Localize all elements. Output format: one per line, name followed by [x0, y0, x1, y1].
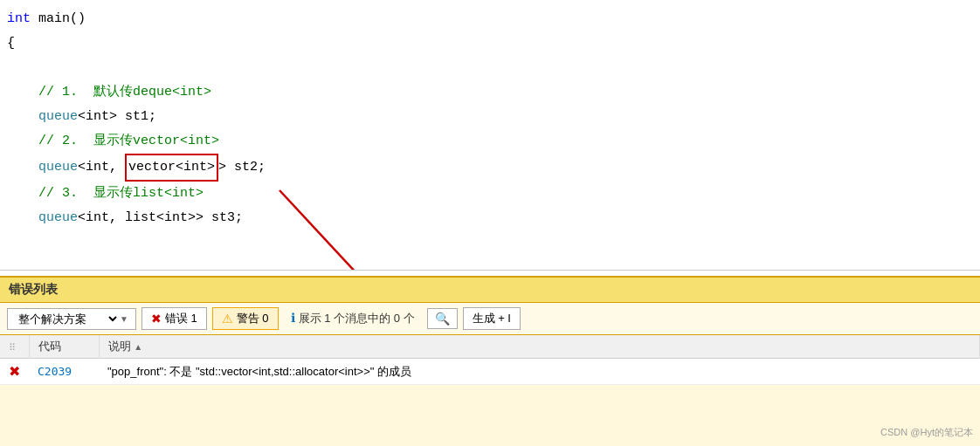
filter-icon: 🔍	[435, 312, 450, 326]
row-code-cell: C2039	[29, 359, 99, 385]
code-line-6: // 2. 显示传vector<int>	[0, 129, 980, 154]
filter-button[interactable]: 🔍	[427, 308, 458, 329]
table-row[interactable]: ✖ C2039 "pop_front": 不是 "std::vector<int…	[0, 359, 980, 385]
row-icon-cell: ✖	[0, 359, 29, 385]
code-line-2: {	[0, 31, 980, 56]
solution-select[interactable]: 整个解决方案	[15, 312, 120, 326]
code-editor[interactable]: int main() { // 1. 默认传deque<int> queue<i…	[0, 0, 980, 271]
error-panel: 错误列表 整个解决方案 ▼ ✖ 错误 1 ⚠ 警告 0 ℹ展示 1 个消息中的 …	[0, 276, 980, 446]
col-icon-header: ⠿	[0, 335, 29, 359]
error-count-button[interactable]: ✖ 错误 1	[141, 307, 207, 330]
code-line-9: queue<int, list<int>> st3;	[0, 206, 980, 230]
warning-triangle-icon: ⚠	[222, 312, 233, 326]
code-line-4: // 1. 默认传deque<int>	[0, 80, 980, 105]
code-line-8: // 3. 显示传list<int>	[0, 182, 980, 206]
watermark: CSDN @Hyt的笔记本	[880, 426, 973, 439]
code-line-3	[0, 56, 980, 80]
highlighted-vector: vector<int>	[125, 154, 218, 182]
row-error-icon: ✖	[9, 364, 20, 379]
keyword-int: int	[7, 7, 31, 31]
table-header-row: ⠿ 代码 说明 ▲	[0, 335, 980, 359]
col-desc-header[interactable]: 说明 ▲	[99, 335, 980, 359]
dropdown-arrow-icon: ▼	[120, 314, 128, 324]
warning-count-button[interactable]: ⚠ 警告 0	[212, 307, 279, 330]
info-message-text: ℹ展示 1 个消息中的 0 个	[284, 308, 422, 329]
code-line-1: int main()	[0, 7, 980, 31]
row-message-cell: "pop_front": 不是 "std::vector<int,std::al…	[99, 359, 980, 385]
error-toolbar: 整个解决方案 ▼ ✖ 错误 1 ⚠ 警告 0 ℹ展示 1 个消息中的 0 个 🔍…	[0, 303, 980, 335]
error-x-icon: ✖	[151, 312, 162, 326]
code-line-5: queue<int> st1;	[0, 105, 980, 129]
error-panel-title: 错误列表	[0, 278, 980, 303]
error-table: ⠿ 代码 说明 ▲ ✖ C2039 "pop_fr	[0, 335, 980, 385]
code-line-7: queue<int, vector<int>> st2;	[0, 154, 980, 182]
build-button[interactable]: 生成 + I	[463, 307, 521, 330]
solution-dropdown[interactable]: 整个解决方案 ▼	[7, 308, 136, 330]
sort-arrow-icon: ▲	[134, 342, 142, 352]
col-code-header[interactable]: 代码	[29, 335, 99, 359]
info-circle-icon: ℹ	[291, 311, 295, 325]
